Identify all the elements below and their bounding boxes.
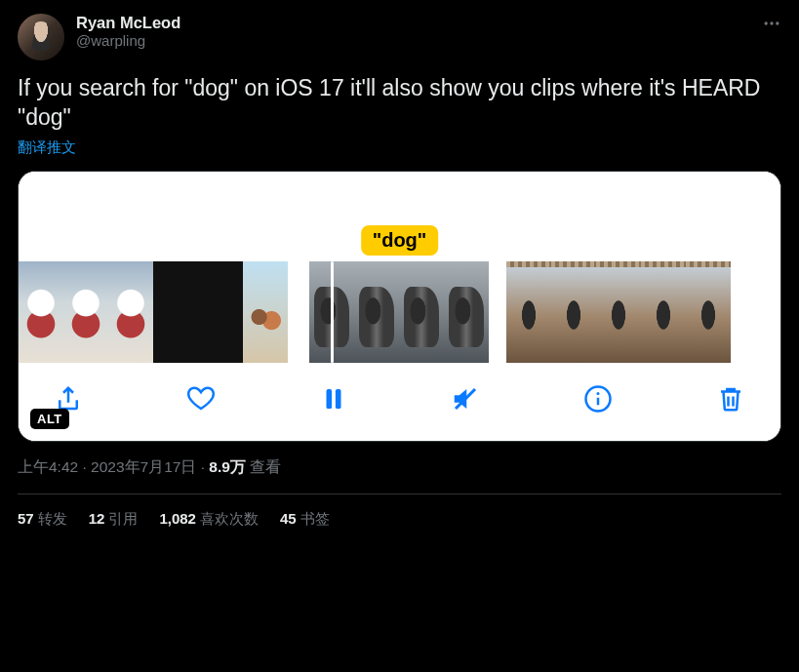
display-name: Ryan McLeod (76, 14, 180, 32)
clip-frame (153, 261, 198, 363)
svg-point-0 (765, 21, 768, 24)
tweet-header: Ryan McLeod @warpling (18, 14, 781, 60)
clip-frame (596, 261, 641, 363)
tweet-time: 上午4:42 (18, 458, 78, 475)
retweets-stat[interactable]: 57转发 (18, 510, 67, 529)
svg-point-1 (770, 21, 773, 24)
tweet-text: If you search for "dog" on iOS 17 it'll … (18, 74, 781, 133)
clip-frame (243, 261, 288, 363)
media-toolbar (19, 363, 780, 441)
alt-badge[interactable]: ALT (30, 409, 69, 429)
delete-button[interactable] (714, 382, 747, 415)
clip-frame (108, 261, 153, 363)
pause-button[interactable] (317, 382, 350, 415)
caption-chip: "dog" (361, 225, 439, 256)
video-timeline[interactable] (19, 261, 780, 363)
bookmarks-stat[interactable]: 45书签 (280, 510, 330, 529)
clip-group[interactable] (506, 261, 731, 363)
views-count: 8.9万 (209, 458, 246, 475)
avatar[interactable] (18, 14, 64, 60)
svg-rect-4 (335, 389, 340, 409)
clip-frame (506, 261, 551, 363)
media-card[interactable]: "dog" (18, 171, 781, 442)
clip-frame (399, 261, 444, 363)
mute-button[interactable] (449, 382, 482, 415)
media-caption-area: "dog" (19, 172, 780, 261)
tweet-meta[interactable]: 上午4:42 · 2023年7月17日 · 8.9万 查看 (18, 457, 781, 478)
trash-icon (716, 384, 745, 414)
clip-frame (551, 261, 596, 363)
translate-link[interactable]: 翻译推文 (18, 138, 781, 157)
heart-icon (186, 384, 216, 414)
views-label: 查看 (246, 458, 281, 475)
clip-frame (641, 261, 686, 363)
user-info[interactable]: Ryan McLeod @warpling (76, 14, 180, 49)
pause-icon (319, 384, 348, 414)
svg-point-2 (776, 21, 779, 24)
info-button[interactable] (581, 382, 615, 415)
tweet-date: 2023年7月17日 (91, 458, 196, 475)
likes-stat[interactable]: 1,082喜欢次数 (159, 510, 259, 529)
clip-frame (686, 261, 731, 363)
clip-frame (63, 261, 108, 363)
clip-group[interactable] (19, 261, 288, 363)
clip-frame (19, 261, 63, 363)
clip-frame (198, 261, 243, 363)
info-icon (583, 384, 613, 414)
clip-frame (354, 261, 399, 363)
more-button[interactable] (762, 14, 781, 38)
clip-frame (309, 261, 354, 363)
quotes-stat[interactable]: 12引用 (89, 510, 139, 529)
speaker-muted-icon (451, 384, 480, 414)
user-handle: @warpling (76, 32, 180, 49)
tweet-container: Ryan McLeod @warpling If you search for … (0, 0, 799, 542)
tweet-stats: 57转发 12引用 1,082喜欢次数 45书签 (18, 494, 781, 529)
clip-group[interactable] (305, 261, 489, 363)
svg-rect-3 (326, 389, 332, 409)
like-button[interactable] (184, 382, 218, 415)
svg-point-6 (597, 392, 600, 395)
clip-frame (444, 261, 489, 363)
